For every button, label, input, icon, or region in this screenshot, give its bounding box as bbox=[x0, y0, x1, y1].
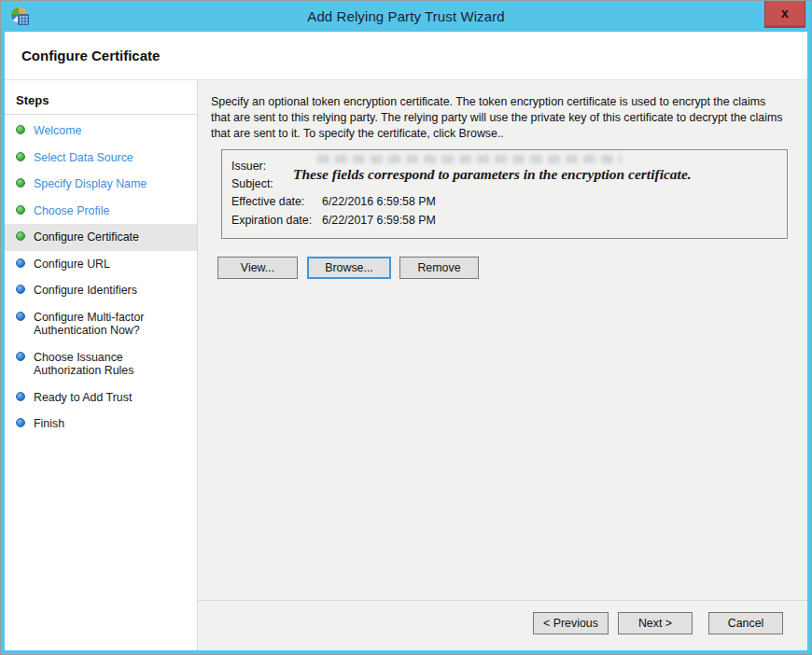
step-item-choose-issuance-authorization-rules: Choose Issuance Authorization Rules bbox=[5, 344, 197, 384]
step-item-configure-url: Configure URL bbox=[5, 251, 197, 278]
step-status-dot bbox=[16, 352, 25, 361]
main-panel: Specify an optional token encryption cer… bbox=[198, 80, 807, 650]
step-label: Specify Display Name bbox=[34, 177, 147, 191]
certificate-field-label: Effective date: bbox=[231, 195, 322, 208]
page-header: Configure Certificate bbox=[5, 32, 807, 80]
page-title: Configure Certificate bbox=[21, 48, 160, 63]
steps-sidebar: Steps Welcome Select Data Source Specify… bbox=[5, 80, 198, 650]
step-label: Finish bbox=[34, 417, 64, 431]
step-status-dot bbox=[16, 178, 25, 188]
certificate-field-row: Effective date: 6/22/2016 6:59:58 PM bbox=[231, 193, 777, 211]
step-label: Configure URL bbox=[34, 258, 110, 272]
step-label: Choose Profile bbox=[34, 204, 109, 218]
step-label: Welcome bbox=[34, 124, 81, 138]
step-item-configure-multi-factor-authentication-now: Configure Multi-factor Authentication No… bbox=[5, 304, 197, 344]
step-item-specify-display-name[interactable]: Specify Display Name bbox=[5, 171, 197, 198]
step-item-welcome[interactable]: Welcome bbox=[5, 118, 197, 145]
step-status-dot bbox=[16, 231, 25, 241]
step-label: Ready to Add Trust bbox=[34, 391, 132, 405]
step-status-dot bbox=[16, 258, 25, 268]
wizard-window: Add Relying Party Trust Wizard x Configu… bbox=[0, 0, 812, 655]
titlebar: Add Relying Party Trust Wizard x bbox=[1, 1, 811, 32]
certificate-annotation: These fields correspond to parameters in… bbox=[293, 166, 692, 183]
remove-button[interactable]: Remove bbox=[399, 257, 479, 279]
wizard-footer: < Previous Next > Cancel bbox=[198, 600, 807, 650]
step-item-ready-to-add-trust: Ready to Add Trust bbox=[5, 384, 197, 411]
steps-heading: Steps bbox=[5, 86, 197, 115]
step-status-dot bbox=[16, 392, 25, 401]
step-status-dot bbox=[16, 125, 25, 134]
step-label: Configure Certificate bbox=[34, 230, 139, 244]
step-status-dot bbox=[16, 152, 25, 161]
certificate-field-value: 6/22/2017 6:59:58 PM bbox=[322, 214, 436, 227]
previous-button[interactable]: < Previous bbox=[533, 612, 609, 634]
step-label: Select Data Source bbox=[34, 151, 133, 165]
step-status-dot bbox=[16, 418, 25, 427]
window-body: Configure Certificate Steps Welcome Sele… bbox=[5, 32, 807, 650]
step-item-configure-certificate: Configure Certificate bbox=[5, 224, 197, 251]
cancel-button[interactable]: Cancel bbox=[708, 612, 783, 634]
step-status-dot bbox=[16, 312, 25, 321]
step-label: Configure Multi-factor Authentication No… bbox=[34, 311, 179, 338]
certificate-field-value: 6/22/2016 6:59:58 PM bbox=[322, 195, 436, 208]
step-status-dot bbox=[16, 285, 25, 294]
certificate-details-box: Issuer: Subject: Effective date: 6/22/20… bbox=[221, 149, 788, 239]
view-button[interactable]: View... bbox=[217, 257, 298, 279]
steps-list: Welcome Select Data Source Specify Displ… bbox=[5, 118, 197, 438]
step-item-choose-profile[interactable]: Choose Profile bbox=[5, 198, 197, 225]
close-button[interactable]: x bbox=[764, 1, 805, 28]
window-title: Add Relying Party Trust Wizard bbox=[1, 1, 811, 32]
step-item-finish: Finish bbox=[5, 411, 197, 438]
step-label: Choose Issuance Authorization Rules bbox=[34, 351, 179, 378]
step-status-dot bbox=[16, 205, 25, 215]
next-button[interactable]: Next > bbox=[618, 612, 693, 634]
step-item-select-data-source[interactable]: Select Data Source bbox=[5, 145, 197, 172]
page-description: Specify an optional token encryption cer… bbox=[211, 94, 788, 141]
certificate-field-row: Expiration date: 6/22/2017 6:59:58 PM bbox=[231, 211, 777, 229]
certificate-field-label: Expiration date: bbox=[231, 214, 322, 227]
certificate-actions: View... Browse... Remove bbox=[217, 257, 791, 279]
browse-button[interactable]: Browse... bbox=[307, 257, 391, 279]
step-label: Configure Identifiers bbox=[34, 284, 137, 298]
step-item-configure-identifiers: Configure Identifiers bbox=[5, 277, 197, 304]
